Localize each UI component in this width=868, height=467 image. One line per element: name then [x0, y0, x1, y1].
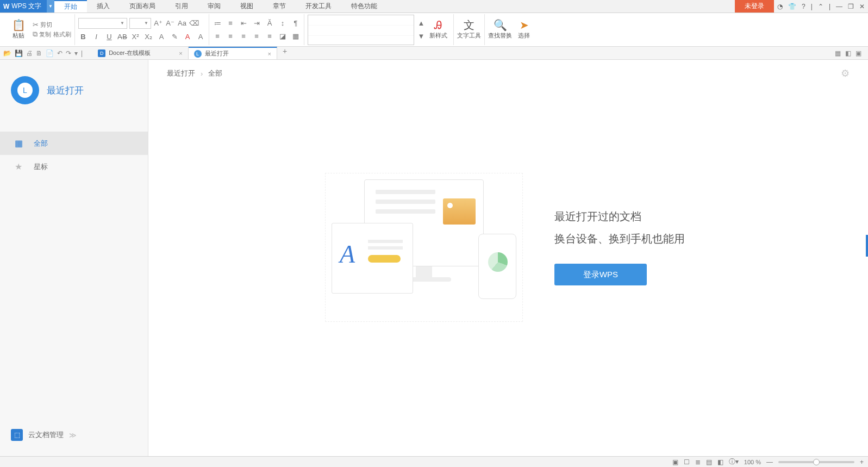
view-mode-3-icon[interactable]: ▣ — [855, 49, 861, 57]
help-icon[interactable]: ? — [802, 3, 805, 10]
print-direct-icon[interactable]: 🖨 — [26, 49, 33, 57]
font-color-icon[interactable]: A — [183, 32, 192, 42]
change-case-icon[interactable]: Aa — [177, 18, 187, 28]
inc-indent-icon[interactable]: ⇥ — [252, 18, 261, 28]
dec-indent-icon[interactable]: ⇤ — [239, 18, 248, 28]
status-bar: ▣ ☐ ≣ ▤ ◧ ⓘ▾ 100 % — + — [0, 456, 868, 467]
redo-icon[interactable]: ↷ — [66, 49, 71, 57]
zoom-slider[interactable] — [778, 461, 854, 463]
tab-close-icon[interactable]: × — [179, 50, 182, 57]
workspace: L 最近打开 ▦ 全部 ★ 星标 ⬚ 云文档管理 ≫ 最近打开 › 全部 ⚙ — [0, 60, 868, 456]
copy-button[interactable]: ⧉复制 — [33, 30, 51, 39]
text-tools-button[interactable]: 文 文字工具 — [457, 20, 481, 40]
line-spacing-icon[interactable]: ↕ — [278, 18, 288, 28]
sb-view-4-icon[interactable]: ▤ — [706, 458, 712, 466]
style-scroll-down-icon[interactable]: ▼ — [416, 32, 426, 41]
distribute-icon[interactable]: ≡ — [265, 32, 274, 41]
minimize-icon[interactable]: — — [836, 3, 842, 10]
align-center-icon[interactable]: ≡ — [226, 32, 235, 41]
clear-format-icon[interactable]: ⌫ — [189, 18, 199, 28]
menu-dev-tools[interactable]: 开发工具 — [296, 0, 341, 13]
menu-review[interactable]: 审阅 — [198, 0, 230, 13]
borders-icon[interactable]: ▦ — [291, 32, 301, 41]
select-button[interactable]: ➤ 选择 — [512, 20, 536, 40]
underline-icon[interactable]: U — [104, 32, 114, 42]
save-icon[interactable]: 💾 — [15, 49, 23, 57]
style-gallery[interactable] — [308, 15, 414, 45]
sort-icon[interactable]: Ă — [265, 18, 274, 28]
sb-view-1-icon[interactable]: ▣ — [672, 458, 678, 466]
view-mode-1-icon[interactable]: ▦ — [835, 49, 841, 57]
app-menu-dropdown[interactable]: ▼ — [47, 0, 54, 13]
menu-special[interactable]: 特色功能 — [341, 0, 387, 13]
bullets-icon[interactable]: ≔ — [213, 18, 222, 28]
chevron-right-icon: ≫ — [69, 431, 77, 439]
format-painter-button[interactable]: 格式刷 — [53, 30, 71, 39]
print-icon[interactable]: 📄 — [46, 49, 54, 57]
app-name: WPS 文字 — [11, 2, 41, 11]
app-badge[interactable]: W WPS 文字 — [0, 0, 47, 13]
find-replace-button[interactable]: 🔍 查找替换 — [488, 20, 512, 40]
new-style-button[interactable]: Ꭿ 新样式 — [426, 20, 450, 40]
new-style-icon: Ꭿ — [434, 20, 442, 30]
align-right-icon[interactable]: ≡ — [239, 32, 248, 41]
open-file-icon[interactable]: 📂 — [3, 49, 11, 57]
menu-section[interactable]: 章节 — [263, 0, 296, 13]
grow-font-icon[interactable]: A⁺ — [153, 18, 163, 28]
maximize-icon[interactable]: ❐ — [848, 3, 854, 10]
tab-docer[interactable]: D Docer-在线模板 × — [92, 47, 188, 59]
shrink-font-icon[interactable]: A⁻ — [165, 18, 175, 28]
app-logo-icon: W — [3, 3, 9, 10]
font-size-select[interactable]: ▼ — [129, 18, 151, 29]
qa-dropdown-icon[interactable]: ▾ — [74, 49, 78, 57]
view-mode-2-icon[interactable]: ◧ — [845, 49, 851, 57]
para-shading-icon[interactable]: ◪ — [278, 32, 288, 41]
superscript-icon[interactable]: X² — [130, 32, 140, 42]
font-name-select[interactable]: ▼ — [78, 18, 127, 29]
text-effects-icon[interactable]: A — [157, 32, 166, 42]
login-wps-button[interactable]: 登录WPS — [554, 264, 647, 285]
menu-insert[interactable]: 插入 — [87, 0, 120, 13]
copy-icon: ⧉ — [33, 30, 38, 39]
sb-view-3-icon[interactable]: ≣ — [695, 458, 701, 466]
menu-start[interactable]: 开始 — [54, 0, 87, 13]
tab-close-icon[interactable]: × — [268, 51, 271, 57]
new-tab-button[interactable]: + — [277, 47, 292, 59]
close-icon[interactable]: ✕ — [859, 3, 865, 10]
print-preview-icon[interactable]: 🗎 — [36, 49, 42, 57]
show-marks-icon[interactable]: ¶ — [291, 18, 301, 28]
breadcrumb-root[interactable]: 最近打开 — [167, 69, 195, 78]
subscript-icon[interactable]: X₂ — [143, 32, 153, 42]
align-left-icon[interactable]: ≡ — [213, 32, 222, 41]
zoom-out-icon[interactable]: — — [766, 458, 773, 466]
login-status[interactable]: 未登录 — [735, 0, 774, 13]
paste-button[interactable]: 📋 粘贴 — [7, 20, 30, 40]
sidebar-item-all[interactable]: ▦ 全部 — [0, 132, 148, 155]
sb-info-icon[interactable]: ⓘ▾ — [729, 457, 739, 466]
style-scroll-up-icon[interactable]: ▲ — [416, 18, 426, 28]
sidebar-footer[interactable]: ⬚ 云文档管理 ≫ — [0, 420, 148, 456]
menu-view[interactable]: 视图 — [230, 0, 263, 13]
ribbon-toggle-icon[interactable]: ⌃ — [818, 3, 823, 10]
skin-icon[interactable]: ◔ — [777, 3, 783, 10]
sidebar: L 最近打开 ▦ 全部 ★ 星标 ⬚ 云文档管理 ≫ — [0, 60, 148, 456]
undo-icon[interactable]: ↶ — [57, 49, 63, 57]
tab-recent[interactable]: L 最近打开 × — [189, 47, 277, 59]
shading-icon[interactable]: A — [196, 32, 205, 42]
highlight-icon[interactable]: ✎ — [170, 32, 179, 42]
numbering-icon[interactable]: ≡ — [226, 18, 235, 28]
gear-icon[interactable]: ⚙ — [841, 67, 850, 79]
strikethrough-icon[interactable]: A̶B̶ — [117, 32, 127, 42]
sb-view-5-icon[interactable]: ◧ — [717, 458, 723, 466]
breadcrumb: 最近打开 › 全部 — [148, 60, 868, 87]
zoom-in-icon[interactable]: + — [860, 458, 864, 466]
italic-icon[interactable]: I — [91, 32, 101, 42]
align-justify-icon[interactable]: ≡ — [252, 32, 261, 41]
sb-view-2-icon[interactable]: ☐ — [684, 458, 690, 466]
sidebar-item-star[interactable]: ★ 星标 — [0, 155, 148, 178]
bold-icon[interactable]: B — [78, 32, 88, 42]
menu-page-layout[interactable]: 页面布局 — [120, 0, 165, 13]
cut-button[interactable]: ✂剪切 — [33, 21, 71, 29]
menu-references[interactable]: 引用 — [165, 0, 198, 13]
tshirt-icon[interactable]: 👕 — [788, 3, 796, 10]
